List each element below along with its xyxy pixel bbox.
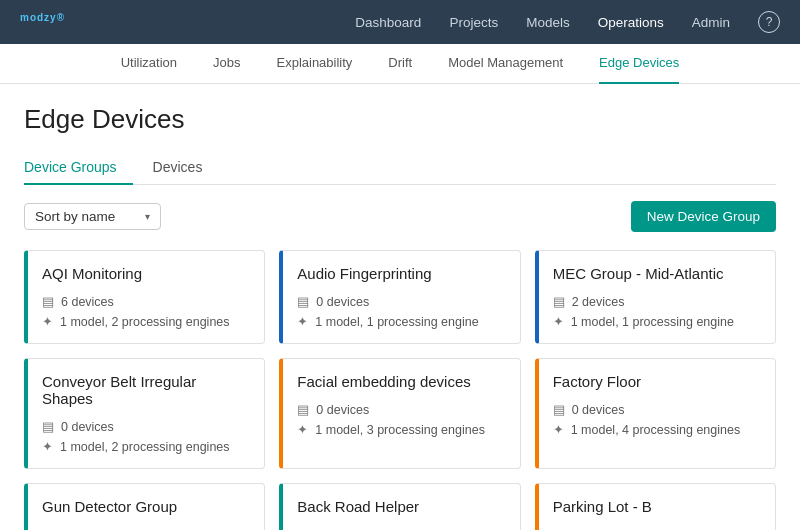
- sort-label: Sort by name: [35, 209, 115, 224]
- devices-meta: ▤ 0 devices: [42, 419, 250, 434]
- device-icon: ▤: [297, 294, 309, 309]
- card-meta: ▤ 0 devices ✦ 1 model, 2 processing engi…: [42, 419, 250, 454]
- device-icon: ▤: [42, 294, 54, 309]
- subnav-model-management[interactable]: Model Management: [448, 44, 563, 84]
- logo: modzy®: [20, 12, 65, 33]
- engines-count: 1 model, 3 processing engines: [315, 423, 485, 437]
- device-grid: AQI Monitoring ▤ 6 devices ✦ 1 model, 2 …: [24, 250, 776, 530]
- nav-projects[interactable]: Projects: [449, 15, 498, 30]
- card-meta: ▤ 2 devices ✦ 1 model, 1 processing engi…: [553, 294, 761, 329]
- top-navigation: modzy® Dashboard Projects Models Operati…: [0, 0, 800, 44]
- card-meta: ▤ 0 devices ✦ 1 model, 4 processing engi…: [553, 402, 761, 437]
- subnav-explainability[interactable]: Explainability: [276, 44, 352, 84]
- device-card[interactable]: Back Road Helper ▤ 0 devices ✦ 1 model, …: [279, 483, 520, 530]
- page-title: Edge Devices: [24, 104, 776, 135]
- card-meta: ▤ 0 devices ✦ 1 model, 1 processing engi…: [297, 294, 505, 329]
- card-title: Factory Floor: [553, 373, 761, 390]
- device-icon: ▤: [553, 402, 565, 417]
- card-title: Facial embedding devices: [297, 373, 505, 390]
- devices-count: 0 devices: [61, 420, 114, 434]
- engines-meta: ✦ 1 model, 3 processing engines: [297, 422, 505, 437]
- devices-meta: ▤ 0 devices: [297, 294, 505, 309]
- device-icon: ▤: [297, 402, 309, 417]
- help-icon[interactable]: ?: [758, 11, 780, 33]
- nav-models[interactable]: Models: [526, 15, 570, 30]
- toolbar: Sort by name ▾ New Device Group: [24, 201, 776, 232]
- engines-meta: ✦ 1 model, 2 processing engines: [42, 314, 250, 329]
- engines-meta: ✦ 1 model, 1 processing engine: [553, 314, 761, 329]
- engines-count: 1 model, 2 processing engines: [60, 315, 230, 329]
- device-card[interactable]: Conveyor Belt Irregular Shapes ▤ 0 devic…: [24, 358, 265, 469]
- engine-icon: ✦: [297, 422, 308, 437]
- logo-text: modzy: [20, 12, 57, 23]
- card-title: AQI Monitoring: [42, 265, 250, 282]
- card-title: Back Road Helper: [297, 498, 505, 515]
- card-meta: ▤ 6 devices ✦ 1 model, 2 processing engi…: [42, 294, 250, 329]
- engines-count: 1 model, 2 processing engines: [60, 440, 230, 454]
- devices-count: 0 devices: [316, 403, 369, 417]
- nav-admin[interactable]: Admin: [692, 15, 730, 30]
- device-card[interactable]: Audio Fingerprinting ▤ 0 devices ✦ 1 mod…: [279, 250, 520, 344]
- device-card[interactable]: AQI Monitoring ▤ 6 devices ✦ 1 model, 2 …: [24, 250, 265, 344]
- engines-count: 1 model, 4 processing engines: [571, 423, 741, 437]
- engines-meta: ✦ 1 model, 2 processing engines: [42, 439, 250, 454]
- new-device-group-button[interactable]: New Device Group: [631, 201, 776, 232]
- device-card[interactable]: MEC Group - Mid-Atlantic ▤ 2 devices ✦ 1…: [535, 250, 776, 344]
- nav-operations[interactable]: Operations: [598, 15, 664, 30]
- tabs: Device Groups Devices: [24, 151, 776, 185]
- engine-icon: ✦: [553, 422, 564, 437]
- subnav-drift[interactable]: Drift: [388, 44, 412, 84]
- device-card[interactable]: Gun Detector Group ▤ 0 devices ✦ 1 model…: [24, 483, 265, 530]
- engines-meta: ✦ 1 model, 1 processing engine: [297, 314, 505, 329]
- engine-icon: ✦: [553, 314, 564, 329]
- device-card[interactable]: Parking Lot - B ▤ 1 device ✦ 2 models, 4…: [535, 483, 776, 530]
- engines-count: 1 model, 1 processing engine: [571, 315, 734, 329]
- device-icon: ▤: [42, 419, 54, 434]
- device-icon: ▤: [553, 294, 565, 309]
- device-card[interactable]: Facial embedding devices ▤ 0 devices ✦ 1…: [279, 358, 520, 469]
- engine-icon: ✦: [297, 314, 308, 329]
- card-title: Gun Detector Group: [42, 498, 250, 515]
- tab-devices[interactable]: Devices: [153, 151, 219, 185]
- engines-count: 1 model, 1 processing engine: [315, 315, 478, 329]
- devices-meta: ▤ 2 devices: [553, 294, 761, 309]
- devices-meta: ▤ 6 devices: [42, 294, 250, 309]
- devices-count: 6 devices: [61, 295, 114, 309]
- subnav-jobs[interactable]: Jobs: [213, 44, 240, 84]
- engines-meta: ✦ 1 model, 4 processing engines: [553, 422, 761, 437]
- sub-navigation: Utilization Jobs Explainability Drift Mo…: [0, 44, 800, 84]
- card-title: Conveyor Belt Irregular Shapes: [42, 373, 250, 407]
- tab-device-groups[interactable]: Device Groups: [24, 151, 133, 185]
- subnav-utilization[interactable]: Utilization: [121, 44, 177, 84]
- devices-count: 0 devices: [572, 403, 625, 417]
- card-meta: ▤ 0 devices ✦ 1 model, 3 processing engi…: [297, 402, 505, 437]
- devices-count: 2 devices: [572, 295, 625, 309]
- devices-count: 0 devices: [316, 295, 369, 309]
- logo-tm: ®: [57, 12, 65, 23]
- card-title: MEC Group - Mid-Atlantic: [553, 265, 761, 282]
- devices-meta: ▤ 0 devices: [553, 402, 761, 417]
- chevron-down-icon: ▾: [145, 211, 150, 222]
- nav-dashboard[interactable]: Dashboard: [355, 15, 421, 30]
- subnav-edge-devices[interactable]: Edge Devices: [599, 44, 679, 84]
- engine-icon: ✦: [42, 314, 53, 329]
- devices-meta: ▤ 0 devices: [297, 402, 505, 417]
- sort-select[interactable]: Sort by name ▾: [24, 203, 161, 230]
- card-title: Audio Fingerprinting: [297, 265, 505, 282]
- main-content: Edge Devices Device Groups Devices Sort …: [0, 84, 800, 530]
- device-card[interactable]: Factory Floor ▤ 0 devices ✦ 1 model, 4 p…: [535, 358, 776, 469]
- engine-icon: ✦: [42, 439, 53, 454]
- nav-links: Dashboard Projects Models Operations Adm…: [355, 11, 780, 33]
- card-title: Parking Lot - B: [553, 498, 761, 515]
